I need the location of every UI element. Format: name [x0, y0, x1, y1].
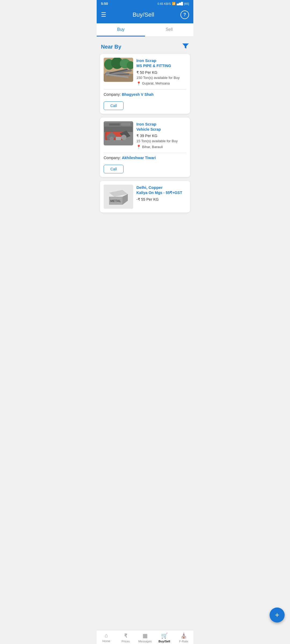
signal-icon: ▄▆█ — [177, 2, 183, 5]
tab-sell[interactable]: Sell — [145, 23, 193, 36]
card-image-1 — [104, 58, 133, 82]
svg-rect-22 — [109, 123, 120, 126]
card-actions-2: Call — [100, 163, 190, 177]
wifi-icon: 📶 — [172, 2, 176, 5]
card-info-1: Iron Scrap MS PIPE & FITTING ₹ 50 Per KG… — [136, 58, 186, 86]
card-price-2: ₹ 39 Per KG — [136, 134, 186, 138]
card-location-2: 📍 Bihar, Barauli — [136, 145, 186, 149]
card-actions-1: Call — [100, 99, 190, 114]
company-name-1[interactable]: Bhagyesh V Shah — [122, 92, 154, 97]
card-company-1: Company: Bhagyesh V Shah — [100, 90, 190, 99]
svg-point-18 — [110, 137, 114, 141]
card-top-2: Iron Scrap Vehicle Scrap ₹ 39 Per KG 15 … — [100, 118, 190, 153]
card-title-main-3: Delhi, Copper — [136, 185, 186, 190]
card-company-2: Company: Akhileshwar Tiwari — [100, 153, 190, 163]
card-info-2: Iron Scrap Vehicle Scrap ₹ 39 Per KG 15 … — [136, 121, 186, 149]
filter-icon[interactable] — [182, 43, 189, 51]
nearby-title: Near By — [101, 44, 121, 50]
card-title-sub-3: Kaliya On Mgs - 55₹+GST — [136, 190, 186, 196]
svg-marker-0 — [182, 43, 189, 49]
help-button[interactable]: ? — [180, 10, 189, 19]
listing-card-3: METAL Delhi, Copper Kaliya On Mgs - 55₹+… — [100, 181, 190, 213]
card-title-sub-2: Vehicle Scrap — [136, 127, 186, 132]
status-time: 5:50 — [101, 2, 108, 6]
location-text-1: Gujarat, Mehsana — [142, 81, 170, 85]
listing-card-1: Iron Scrap MS PIPE & FITTING ₹ 50 Per KG… — [100, 54, 190, 114]
card-title-main-1: Iron Scrap — [136, 58, 186, 63]
card-quantity-2: 15 Ton(s) available for Buy — [136, 139, 186, 143]
card-top-3: METAL Delhi, Copper Kaliya On Mgs - 55₹+… — [100, 181, 190, 213]
card-title-sub-1: MS PIPE & FITTING — [136, 63, 186, 69]
status-bar: 5:50 0.65 KB/S 📶 ▄▆█ [65] — [97, 0, 193, 7]
nearby-header: Near By — [100, 40, 190, 54]
tab-bar: Buy Sell — [97, 23, 193, 37]
card-location-1: 📍 Gujarat, Mehsana — [136, 81, 186, 86]
card-title-main-2: Iron Scrap — [136, 121, 186, 127]
svg-rect-20 — [116, 137, 121, 140]
main-content: Near By — [97, 37, 193, 252]
listing-card-2: Iron Scrap Vehicle Scrap ₹ 39 Per KG 15 … — [100, 118, 190, 177]
svg-rect-15 — [104, 127, 133, 132]
data-speed: 0.65 KB/S — [157, 2, 171, 5]
location-text-2: Bihar, Barauli — [142, 145, 163, 149]
menu-icon[interactable]: ☰ — [101, 11, 106, 18]
app-header: ☰ Buy/Sell ? — [97, 7, 193, 23]
header-title: Buy/Sell — [133, 11, 154, 18]
svg-rect-23 — [121, 123, 130, 126]
status-icons: 0.65 KB/S 📶 ▄▆█ [65] — [157, 2, 189, 5]
svg-point-19 — [121, 135, 126, 140]
card-quantity-1: 150 Ton(s) available for Buy — [136, 76, 186, 80]
card-image-2 — [104, 121, 133, 145]
location-pin-1: 📍 — [136, 81, 141, 86]
call-button-1[interactable]: Call — [104, 101, 124, 110]
card-info-3: Delhi, Copper Kaliya On Mgs - 55₹+GST -₹… — [136, 185, 186, 209]
company-name-2[interactable]: Akhileshwar Tiwari — [122, 156, 156, 160]
card-price-1: ₹ 50 Per KG — [136, 70, 186, 75]
card-image-3: METAL — [104, 185, 133, 209]
card-top-1: Iron Scrap MS PIPE & FITTING ₹ 50 Per KG… — [100, 54, 190, 89]
svg-text:METAL: METAL — [110, 199, 121, 203]
tab-buy[interactable]: Buy — [97, 23, 145, 36]
card-price-3: -₹ 55 Per KG — [136, 197, 186, 202]
location-pin-2: 📍 — [136, 145, 141, 149]
battery-icon: [65] — [184, 2, 189, 5]
call-button-2[interactable]: Call — [104, 165, 124, 173]
